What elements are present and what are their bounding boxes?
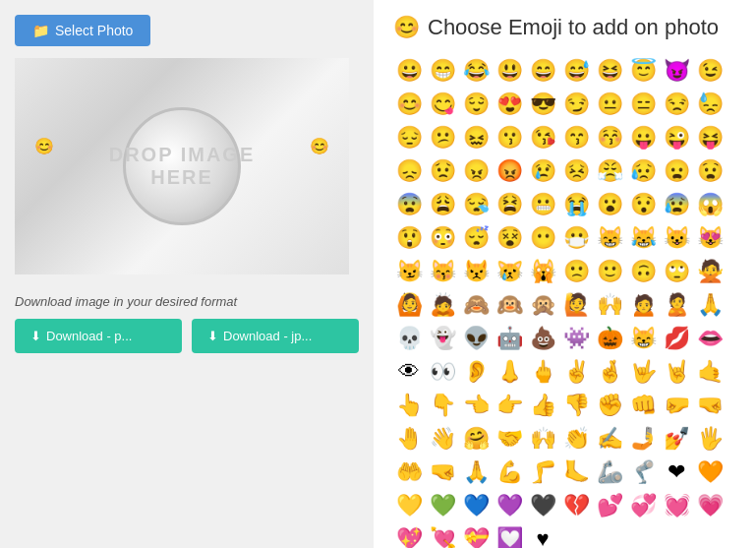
emoji-item[interactable]: ✊	[594, 390, 625, 421]
emoji-item[interactable]: 💛	[393, 490, 425, 521]
emoji-item[interactable]: 😜	[661, 122, 692, 153]
emoji-item[interactable]: 🤞	[594, 356, 625, 388]
emoji-item[interactable]: 🙏	[694, 289, 726, 321]
download-jpg-button[interactable]: ⬇ Download - jp...	[192, 319, 359, 353]
emoji-item[interactable]: 🎃	[594, 323, 625, 354]
emoji-item[interactable]: 💪	[494, 457, 525, 488]
emoji-item[interactable]: 🤚	[393, 423, 425, 455]
emoji-item[interactable]: 😔	[393, 122, 425, 153]
emoji-item[interactable]: 😋	[427, 89, 458, 120]
emoji-item[interactable]: 😌	[460, 89, 492, 120]
select-photo-button[interactable]: 📁 Select Photo	[15, 15, 150, 46]
emoji-item[interactable]: 💞	[627, 490, 659, 521]
emoji-item[interactable]: ✌	[560, 356, 592, 388]
emoji-item[interactable]: 😽	[427, 256, 458, 287]
emoji-item[interactable]: 😷	[560, 222, 592, 254]
emoji-item[interactable]: 👆	[393, 390, 425, 421]
emoji-item[interactable]: 😹	[627, 222, 659, 254]
emoji-item[interactable]: 😄	[527, 55, 558, 87]
emoji-item[interactable]: 👀	[427, 356, 458, 388]
emoji-item[interactable]: 😈	[661, 55, 692, 87]
emoji-item[interactable]: 😲	[393, 222, 425, 254]
emoji-item[interactable]: 😣	[560, 155, 592, 187]
emoji-item[interactable]: 🤖	[494, 323, 525, 354]
emoji-item[interactable]: 🦶	[560, 457, 592, 488]
emoji-item[interactable]: 💖	[393, 523, 425, 548]
emoji-item[interactable]: 🖕	[527, 356, 558, 388]
emoji-item[interactable]: 😇	[627, 55, 659, 87]
emoji-item[interactable]: 😍	[494, 89, 525, 120]
emoji-item[interactable]: 😤	[594, 155, 625, 187]
emoji-item[interactable]: 👉	[494, 390, 525, 421]
emoji-item[interactable]: 😅	[560, 55, 592, 87]
emoji-item[interactable]: 🙋	[560, 289, 592, 321]
download-png-button[interactable]: ⬇ Download - p...	[15, 319, 182, 353]
emoji-item[interactable]: 😓	[694, 89, 726, 120]
emoji-item[interactable]: 🖐	[694, 423, 726, 455]
emoji-item[interactable]: 🙉	[494, 289, 525, 321]
emoji-item[interactable]: 😱	[694, 189, 726, 220]
emoji-item[interactable]: 💀	[393, 323, 425, 354]
emoji-item[interactable]: 😾	[460, 256, 492, 287]
emoji-item[interactable]: 👃	[494, 356, 525, 388]
emoji-item[interactable]: 💔	[560, 490, 592, 521]
emoji-item[interactable]: 🤜	[694, 390, 726, 421]
emoji-item[interactable]: 😠	[460, 155, 492, 187]
emoji-item[interactable]: 👏	[560, 423, 592, 455]
emoji-item[interactable]: 😒	[661, 89, 692, 120]
emoji-item[interactable]: 😡	[494, 155, 525, 187]
emoji-item[interactable]: 🙊	[527, 289, 558, 321]
emoji-item[interactable]: 😀	[393, 55, 425, 87]
emoji-item[interactable]: 😨	[393, 189, 425, 220]
emoji-item[interactable]: 😑	[627, 89, 659, 120]
emoji-item[interactable]: 🙇	[427, 289, 458, 321]
emoji-item[interactable]: 🙈	[460, 289, 492, 321]
emoji-item[interactable]: 😘	[527, 122, 558, 153]
emoji-item[interactable]: 😁	[427, 55, 458, 87]
emoji-item[interactable]: 👽	[460, 323, 492, 354]
emoji-item[interactable]: 👈	[460, 390, 492, 421]
emoji-item[interactable]: 😚	[594, 122, 625, 153]
emoji-item[interactable]: 😏	[560, 89, 592, 120]
emoji-item[interactable]: 🤳	[627, 423, 659, 455]
emoji-item[interactable]: 😼	[393, 256, 425, 287]
emoji-item[interactable]: 👋	[427, 423, 458, 455]
emoji-item[interactable]: 😭	[560, 189, 592, 220]
emoji-item[interactable]: 😴	[460, 222, 492, 254]
emoji-item[interactable]: ✍	[594, 423, 625, 455]
emoji-item[interactable]: 👍	[527, 390, 558, 421]
emoji-item[interactable]: 😉	[694, 55, 726, 87]
emoji-item[interactable]: 😐	[594, 89, 625, 120]
emoji-item[interactable]: 😬	[527, 189, 558, 220]
emoji-item[interactable]: 😗	[494, 122, 525, 153]
emoji-item[interactable]: 😦	[661, 155, 692, 187]
emoji-item[interactable]: ❤	[661, 457, 692, 488]
emoji-item[interactable]: 💜	[494, 490, 525, 521]
emoji-item[interactable]: 😮	[594, 189, 625, 220]
emoji-item[interactable]: 😰	[661, 189, 692, 220]
emoji-item[interactable]: 😞	[393, 155, 425, 187]
emoji-item[interactable]: 😪	[460, 189, 492, 220]
emoji-item[interactable]: 💟	[494, 523, 525, 548]
emoji-item[interactable]: 👁	[393, 356, 425, 388]
emoji-item[interactable]: 👾	[560, 323, 592, 354]
emoji-item[interactable]: 🙎	[661, 289, 692, 321]
emoji-item[interactable]: 🤝	[494, 423, 525, 455]
emoji-item[interactable]: 😳	[427, 222, 458, 254]
emoji-item[interactable]: 😻	[694, 222, 726, 254]
emoji-item[interactable]: 💙	[460, 490, 492, 521]
emoji-item[interactable]: 😿	[494, 256, 525, 287]
emoji-item[interactable]: 😫	[494, 189, 525, 220]
emoji-item[interactable]: 🖤	[527, 490, 558, 521]
emoji-item[interactable]: 👂	[460, 356, 492, 388]
emoji-item[interactable]: 💘	[427, 523, 458, 548]
emoji-item[interactable]: 🙁	[560, 256, 592, 287]
emoji-item[interactable]: 🙂	[594, 256, 625, 287]
emoji-item[interactable]: 😎	[527, 89, 558, 120]
emoji-item[interactable]: 😃	[494, 55, 525, 87]
emoji-item[interactable]: 💅	[661, 423, 692, 455]
emoji-item[interactable]: 👻	[427, 323, 458, 354]
emoji-item[interactable]: 😟	[427, 155, 458, 187]
emoji-item[interactable]: 💓	[661, 490, 692, 521]
emoji-item[interactable]: 😊	[393, 89, 425, 120]
